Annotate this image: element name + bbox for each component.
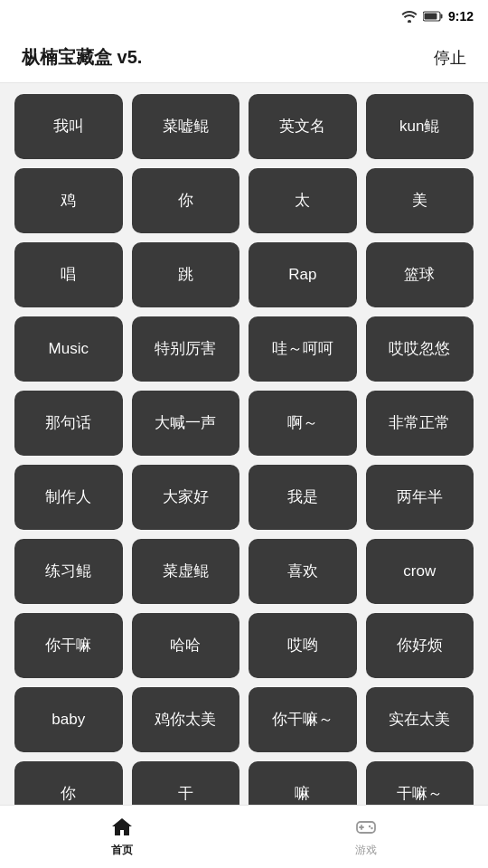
grid-button-24[interactable]: 练习鲲 [14,539,123,604]
grid-button-26[interactable]: 喜欢 [249,539,357,604]
svg-rect-2 [440,14,442,19]
grid-button-19[interactable]: 非常正常 [366,391,474,456]
grid-button-14[interactable]: 哇～呵呵 [249,316,357,382]
grid-button-37[interactable]: 干 [132,761,240,805]
gamepad-icon [354,816,378,839]
grid-button-2[interactable]: 英文名 [249,94,357,159]
grid-button-9[interactable]: 跳 [132,242,240,307]
grid-button-17[interactable]: 大喊一声 [132,391,240,456]
grid-button-21[interactable]: 大家好 [132,465,240,530]
grid-button-25[interactable]: 菜虚鲲 [132,539,240,604]
nav-home-label: 首页 [111,843,133,858]
grid-button-15[interactable]: 哎哎忽悠 [366,316,474,382]
bottom-nav: 首页 游戏 [0,805,488,868]
grid-button-36[interactable]: 你 [14,761,123,805]
grid-button-16[interactable]: 那句话 [14,391,123,456]
battery-icon [423,11,443,22]
grid-button-30[interactable]: 哎哟 [249,613,357,678]
header: 枞楠宝藏盒 v5. 停止 [0,33,488,83]
home-icon [110,816,134,839]
grid-button-12[interactable]: Music [14,316,123,382]
grid-button-10[interactable]: Rap [249,242,357,307]
grid-button-18[interactable]: 啊～ [249,391,357,456]
grid-button-32[interactable]: baby [14,687,123,752]
grid-button-11[interactable]: 篮球 [366,242,474,307]
grid-button-6[interactable]: 太 [249,168,357,233]
grid-button-4[interactable]: 鸡 [14,168,123,233]
grid-button-8[interactable]: 唱 [14,242,123,307]
status-bar: 9:12 [0,0,488,33]
grid-button-38[interactable]: 嘛 [249,761,357,805]
wifi-icon [401,10,418,23]
grid-button-1[interactable]: 菜嘘鲲 [132,94,240,159]
button-grid: 我叫菜嘘鲲英文名kun鲲鸡你太美唱跳Rap篮球Music特别厉害哇～呵呵哎哎忽悠… [0,83,488,805]
grid-button-22[interactable]: 我是 [249,465,357,530]
grid-button-23[interactable]: 两年半 [366,465,474,530]
grid-button-0[interactable]: 我叫 [14,94,123,159]
nav-games[interactable]: 游戏 [244,816,488,858]
nav-home[interactable]: 首页 [0,816,244,858]
grid-button-28[interactable]: 你干嘛 [14,613,123,678]
time-display: 9:12 [448,9,474,24]
svg-rect-3 [424,14,436,20]
grid-button-29[interactable]: 哈哈 [132,613,240,678]
grid-button-7[interactable]: 美 [366,168,474,233]
svg-point-8 [371,827,372,829]
svg-point-0 [408,20,411,23]
grid-button-35[interactable]: 实在太美 [366,687,474,752]
svg-point-7 [369,826,371,827]
grid-button-3[interactable]: kun鲲 [366,94,474,159]
grid-button-5[interactable]: 你 [132,168,240,233]
nav-games-label: 游戏 [355,843,377,858]
grid-button-20[interactable]: 制作人 [14,465,123,530]
status-icons: 9:12 [401,9,474,24]
grid-button-34[interactable]: 你干嘛～ [249,687,357,752]
grid-button-39[interactable]: 干嘛～ [366,761,474,805]
grid-button-31[interactable]: 你好烦 [366,613,474,678]
grid-button-13[interactable]: 特别厉害 [132,316,240,382]
stop-button[interactable]: 停止 [434,47,466,69]
grid-button-33[interactable]: 鸡你太美 [132,687,240,752]
grid-button-27[interactable]: crow [366,539,474,604]
app-title: 枞楠宝藏盒 v5. [22,45,142,70]
